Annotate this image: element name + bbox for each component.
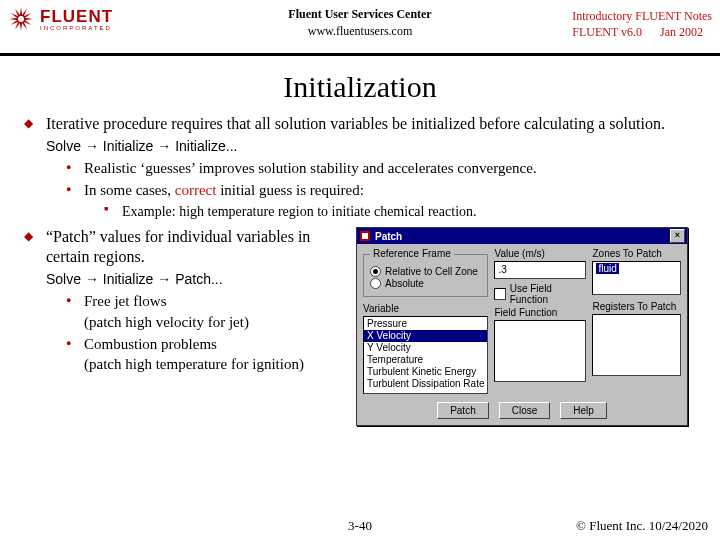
page-title: Initialization (0, 70, 720, 104)
dialog-titlebar[interactable]: Patch × (357, 228, 687, 244)
reference-frame-group: Reference Frame Relative to Cell Zone Ab… (363, 254, 488, 297)
header-right-version: FLUENT v6.0 (572, 24, 642, 40)
header: FLUENT INCORPORATED Fluent User Services… (0, 0, 720, 56)
sub-realistic-guesses: Realistic ‘guesses’ improves solution st… (66, 158, 706, 178)
field-function-listbox[interactable] (494, 320, 586, 382)
registers-listbox[interactable] (592, 314, 681, 376)
menu-path-patch: Solve → Initialize → Patch... (46, 271, 346, 287)
variable-listbox[interactable]: PressureX VelocityY VelocityTemperatureT… (363, 316, 488, 394)
radio-absolute[interactable]: Absolute (370, 278, 481, 289)
value-label: Value (m/s) (494, 248, 586, 259)
help-button[interactable]: Help (560, 402, 607, 419)
dialog-title-text: Patch (375, 231, 402, 242)
variable-label: Variable (363, 303, 488, 314)
header-right: Introductory FLUENT Notes FLUENT v6.0 Ja… (572, 8, 712, 40)
zone-item-fluid[interactable]: fluid (596, 263, 618, 274)
bullet-patch-text: “Patch” values for individual variables … (46, 227, 346, 267)
svg-rect-13 (362, 233, 368, 239)
variable-item[interactable]: X Velocity (364, 330, 487, 342)
sub-example: Example: high temperature region to init… (104, 203, 706, 222)
bullet-iterative-text: Iterative procedure requires that all so… (46, 114, 706, 134)
zones-listbox[interactable]: fluid (592, 261, 681, 295)
menu-path-initialize: Solve → Initialize → Initialize... (46, 138, 706, 154)
footer-page-number: 3-40 (0, 518, 720, 534)
sub-combustion: Combustion problems (patch high temperat… (66, 334, 346, 375)
use-field-function-checkbox[interactable]: Use Field Function (494, 283, 586, 305)
sub-free-jet: Free jet flows (patch high velocity for … (66, 291, 346, 332)
dialog-app-icon (359, 230, 371, 242)
header-right-date: Jan 2002 (660, 24, 703, 40)
variable-item[interactable]: Turbulent Dissipation Rate (364, 378, 487, 390)
variable-item[interactable]: Temperature (364, 354, 487, 366)
variable-item[interactable]: Y Velocity (364, 342, 487, 354)
header-right-line1: Introductory FLUENT Notes (572, 8, 712, 24)
patch-button[interactable]: Patch (437, 402, 489, 419)
variable-item[interactable]: Turbulent Kinetic Energy (364, 366, 487, 378)
zones-label: Zones To Patch (592, 248, 681, 259)
patch-dialog: Patch × Reference Frame Relative to Cell… (356, 227, 688, 426)
highlight-correct: correct (175, 182, 217, 198)
reference-frame-label: Reference Frame (370, 248, 454, 259)
sub-correct-guess: In some cases, correct initial guess is … (66, 180, 706, 221)
field-function-label: Field Function (494, 307, 586, 318)
value-input[interactable]: .3 (494, 261, 586, 279)
close-button[interactable]: Close (499, 402, 551, 419)
variable-item[interactable]: Pressure (364, 318, 487, 330)
radio-relative[interactable]: Relative to Cell Zone (370, 266, 481, 277)
footer: 3-40 © Fluent Inc. 10/24/2020 (0, 518, 720, 534)
registers-label: Registers To Patch (592, 301, 681, 312)
content: Iterative procedure requires that all so… (0, 114, 720, 426)
bullet-iterative: Iterative procedure requires that all so… (24, 114, 706, 221)
bullet-patch: “Patch” values for individual variables … (24, 227, 706, 426)
close-icon[interactable]: × (670, 229, 685, 243)
